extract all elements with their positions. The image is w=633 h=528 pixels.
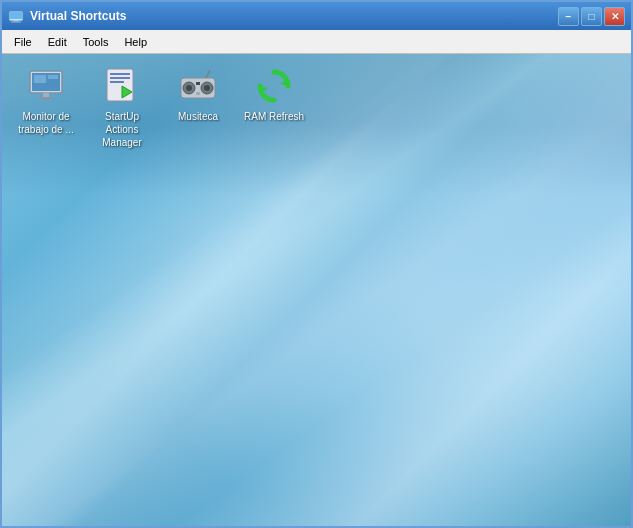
menu-item-tools[interactable]: Tools xyxy=(75,34,117,50)
svg-rect-12 xyxy=(110,77,130,79)
startup-icon-img xyxy=(102,66,142,106)
svg-rect-9 xyxy=(39,97,53,99)
content-area: Monitor de trabajo de ... StartUp Actio xyxy=(2,54,631,526)
window-title: Virtual Shortcuts xyxy=(30,9,558,23)
icon-ram-refresh[interactable]: RAM Refresh xyxy=(238,62,310,153)
menu-bar: File Edit Tools Help xyxy=(2,30,631,54)
svg-rect-7 xyxy=(48,75,58,79)
main-window: Virtual Shortcuts − □ ✕ File Edit Tools … xyxy=(0,0,633,528)
maximize-button[interactable]: □ xyxy=(581,7,602,26)
svg-rect-11 xyxy=(110,73,130,75)
startup-icon-label: StartUp Actions Manager xyxy=(90,110,154,149)
svg-point-19 xyxy=(204,85,210,91)
icon-musiteca[interactable]: Musiteca xyxy=(162,62,234,153)
svg-rect-20 xyxy=(196,82,200,85)
svg-line-21 xyxy=(206,70,210,78)
monitor-icon-label: Monitor de trabajo de ... xyxy=(14,110,78,136)
icon-grid: Monitor de trabajo de ... StartUp Actio xyxy=(10,62,310,153)
menu-item-help[interactable]: Help xyxy=(116,34,155,50)
musiteca-icon-label: Musiteca xyxy=(178,110,218,123)
icon-monitor[interactable]: Monitor de trabajo de ... xyxy=(10,62,82,153)
title-bar: Virtual Shortcuts − □ ✕ xyxy=(2,2,631,30)
ram-refresh-icon-img xyxy=(254,66,294,106)
svg-rect-22 xyxy=(196,92,200,95)
svg-rect-3 xyxy=(11,22,21,23)
menu-item-file[interactable]: File xyxy=(6,34,40,50)
musiteca-icon-img xyxy=(178,66,218,106)
svg-rect-2 xyxy=(13,20,19,22)
svg-rect-6 xyxy=(34,75,46,83)
svg-rect-1 xyxy=(10,12,22,19)
window-icon xyxy=(8,8,24,24)
title-bar-buttons: − □ ✕ xyxy=(558,7,625,26)
close-button[interactable]: ✕ xyxy=(604,7,625,26)
ram-refresh-icon-label: RAM Refresh xyxy=(244,110,304,123)
minimize-button[interactable]: − xyxy=(558,7,579,26)
menu-item-edit[interactable]: Edit xyxy=(40,34,75,50)
svg-point-17 xyxy=(186,85,192,91)
svg-rect-13 xyxy=(110,81,124,83)
monitor-icon-img xyxy=(26,66,66,106)
icon-startup[interactable]: StartUp Actions Manager xyxy=(86,62,158,153)
